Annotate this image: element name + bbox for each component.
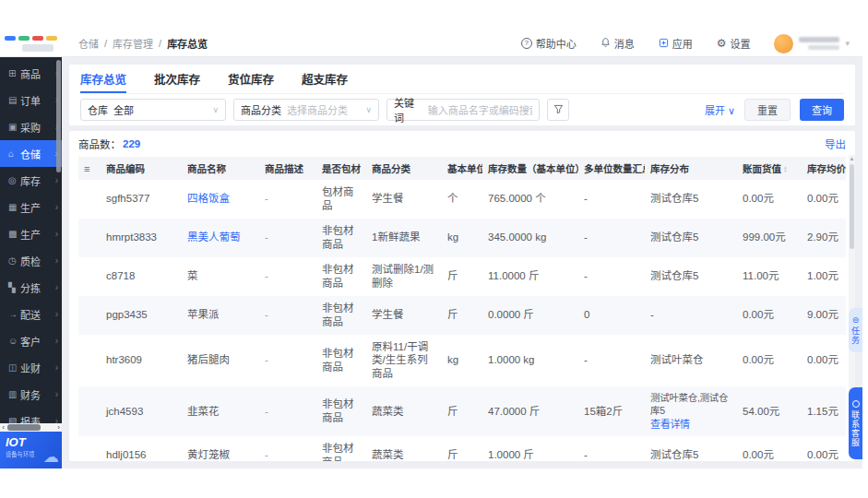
sidebar-item-label: 采购 xyxy=(20,120,55,135)
tab-overdraft[interactable]: 超支库存 xyxy=(302,65,348,93)
column-label: 商品名称 xyxy=(187,161,226,175)
chevron-down-icon: ▾ xyxy=(845,39,850,48)
sidebar-item-warehouse[interactable]: ⌂仓储› xyxy=(0,140,62,167)
cell-avg: 9.00元 xyxy=(802,302,846,327)
cell-select xyxy=(78,194,101,205)
scroll-right-icon[interactable]: › xyxy=(55,423,62,432)
cell-name[interactable]: 四格饭盒 xyxy=(182,186,259,211)
help-center-button[interactable]: ? 帮助中心 xyxy=(521,36,577,51)
scrollbar-thumb[interactable] xyxy=(7,424,41,431)
sidebar-item-goods[interactable]: ⊞商品› xyxy=(0,60,62,87)
iot-panel[interactable]: IOT 设备与环境 ☁ xyxy=(0,432,62,468)
cell-pack: 非包材商品 xyxy=(316,341,366,380)
cell-pack: 非包材商品 xyxy=(316,257,366,296)
column-label: 商品分类 xyxy=(372,161,410,175)
purchase-icon: ▣ xyxy=(8,122,20,132)
distribution-text: - xyxy=(650,308,733,322)
column-header: 多单位数量汇总 xyxy=(578,157,645,180)
column-label: 库存分布 xyxy=(650,161,689,175)
user-menu[interactable]: ▾ xyxy=(774,34,850,53)
table-row: pgp3435苹果派-非包材商品学生餐斤0.0000 斤0-0.00元9.00元 xyxy=(78,296,846,335)
cell-avg: 0.00元 xyxy=(802,186,846,211)
column-header: 商品描述 xyxy=(259,157,316,180)
goods-icon: ⊞ xyxy=(8,68,20,78)
sidebar-item-quality[interactable]: ◷质检› xyxy=(0,247,62,274)
chevron-right-icon: › xyxy=(55,202,58,212)
chevron-right-icon: › xyxy=(55,389,58,399)
cell-dist: 测试仓库5 xyxy=(645,443,737,461)
export-button[interactable]: 导出 xyxy=(825,136,846,151)
tab-overview[interactable]: 库存总览 xyxy=(80,65,126,93)
top-bar: 仓储 / 库存管理 / 库存总览 ? 帮助中心 消息 应用 ⚙ 设置 xyxy=(0,30,862,57)
cell-pack: 非包材商品 xyxy=(316,436,366,461)
column-settings-icon[interactable]: ≡ xyxy=(84,163,89,174)
column-label: 商品描述 xyxy=(265,161,303,175)
sort-icon[interactable]: ▲▼ xyxy=(783,165,788,172)
cell-unit: 斤 xyxy=(442,302,482,327)
sidebar-item-finance[interactable]: ▥财务› xyxy=(0,381,62,408)
scroll-up-icon[interactable]: ▲ xyxy=(849,155,855,162)
sidebar-item-inventory[interactable]: ◎库存› xyxy=(0,167,62,194)
task-drawer-button[interactable]: ⊜ 任务 xyxy=(849,308,862,352)
category-select[interactable]: 商品分类 选择商品分类 ∨ xyxy=(233,99,379,121)
column-header: 基本单位 xyxy=(442,157,482,180)
chevron-right-icon: › xyxy=(55,309,58,319)
sidebar-item-production[interactable]: ▦生产› xyxy=(0,194,62,220)
expand-toggle[interactable]: 展开 ∨ xyxy=(705,102,735,117)
view-details-link[interactable]: 查看详情 xyxy=(650,418,733,431)
sidebar-horizontal-scrollbar[interactable]: ‹ › xyxy=(0,423,62,432)
cell-name: 菜 xyxy=(182,264,259,289)
cell-desc: - xyxy=(259,225,316,250)
column-header[interactable]: 库存数量（基本单位）▲▼ xyxy=(482,157,578,180)
sidebar-item-label: 订单 xyxy=(20,93,55,108)
funnel-icon xyxy=(553,104,564,116)
scroll-left-icon[interactable]: ‹ xyxy=(0,423,6,432)
sidebar-item-purchase[interactable]: ▣采购› xyxy=(0,113,62,140)
sidebar-item-production-2[interactable]: ▩生产› xyxy=(0,220,62,247)
reset-button[interactable]: 重置 xyxy=(744,99,791,121)
chevron-right-icon: › xyxy=(55,255,58,266)
sidebar-item-orders[interactable]: ▤订单› xyxy=(0,87,62,113)
cell-select xyxy=(78,450,101,461)
column-header[interactable]: 账面货值▲▼ xyxy=(737,157,802,180)
breadcrumb-item[interactable]: 仓储 xyxy=(78,36,99,51)
sidebar-item-label: 生产 xyxy=(20,227,55,242)
cell-multi: - xyxy=(578,443,645,461)
tab-location[interactable]: 货位库存 xyxy=(228,65,274,93)
apps-button[interactable]: 应用 xyxy=(659,36,693,51)
topbar-actions: ? 帮助中心 消息 应用 ⚙ 设置 ▾ xyxy=(521,34,862,53)
table-row: hdlj0156黄灯笼椒-非包材商品蔬菜类斤1.0000 斤-测试仓库50.00… xyxy=(78,436,846,461)
advanced-filter-button[interactable] xyxy=(547,99,569,121)
contact-support-button[interactable]: 联系客服 xyxy=(849,387,862,459)
sidebar-item-sorting[interactable]: ▚分拣› xyxy=(0,274,62,301)
inventory-icon: ◎ xyxy=(8,175,20,185)
sidebar-vertical-scrollbar[interactable] xyxy=(56,60,61,172)
cell-multi: - xyxy=(578,225,645,250)
biz-finance-icon: ◫ xyxy=(8,362,20,373)
sidebar-item-customers[interactable]: ☺客户› xyxy=(0,327,62,354)
warehouse-select[interactable]: 仓库 全部 ∨ xyxy=(80,99,226,121)
production-icon: ▦ xyxy=(8,202,20,212)
scrollbar-thumb[interactable] xyxy=(850,164,854,249)
cell-select xyxy=(78,271,101,282)
keyword-input[interactable]: 关键词 输入商品名字或编码搜索 xyxy=(386,99,540,121)
sidebar-item-label: 商品 xyxy=(20,66,55,81)
messages-button[interactable]: 消息 xyxy=(600,36,635,51)
cell-desc: - xyxy=(259,348,316,373)
cell-book: 0.00元 xyxy=(737,186,802,211)
settings-button[interactable]: ⚙ 设置 xyxy=(717,36,751,51)
tab-batch[interactable]: 批次库存 xyxy=(154,65,200,93)
table-row: c8718菜-非包材商品测试删除1/测删除斤11.0000 斤-测试仓库511.… xyxy=(78,257,846,296)
username-redacted xyxy=(799,37,839,50)
sidebar-item-delivery[interactable]: →配送› xyxy=(0,301,62,327)
cell-qty: 0.0000 斤 xyxy=(482,302,578,327)
logo-redacted-text xyxy=(22,44,54,52)
search-button[interactable]: 查询 xyxy=(800,99,844,121)
cell-code: c8718 xyxy=(101,264,182,289)
breadcrumb-item[interactable]: 库存管理 xyxy=(113,36,153,51)
cell-name[interactable]: 黑美人葡萄 xyxy=(182,225,259,250)
table-vertical-scrollbar[interactable]: ▲ ▼ xyxy=(849,155,855,402)
sidebar-item-biz-finance[interactable]: ◫业财› xyxy=(0,354,62,381)
filter-card: 库存总览批次库存货位库存超支库存 仓库 全部 ∨ 商品分类 选择商品分类 ∨ 关… xyxy=(69,65,855,125)
app-logo[interactable] xyxy=(0,30,62,57)
